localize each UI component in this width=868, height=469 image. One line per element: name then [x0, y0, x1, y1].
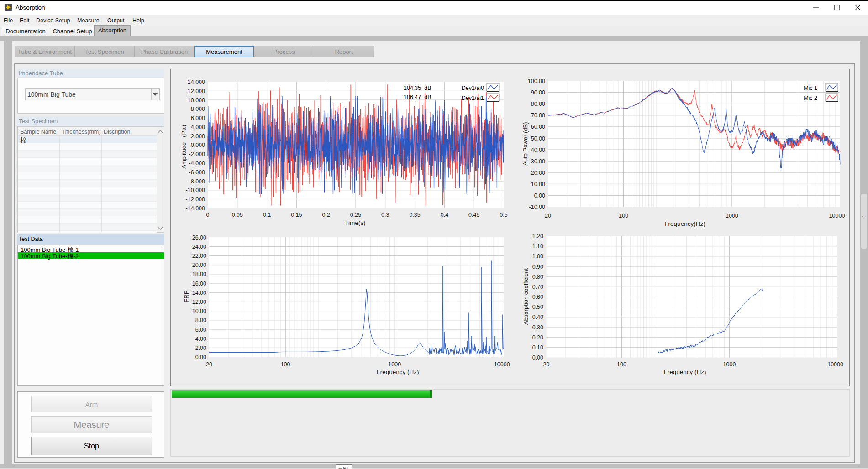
svg-text:0: 0	[206, 212, 210, 218]
svg-text:0.00: 0.00	[195, 354, 206, 360]
svg-text:30.00: 30.00	[531, 158, 545, 165]
svg-text:22.00: 22.00	[192, 253, 206, 259]
svg-text:0.5: 0.5	[500, 212, 507, 218]
svg-text:6.00: 6.00	[195, 327, 206, 333]
svg-text:10000: 10000	[829, 213, 845, 219]
svg-text:26.00: 26.00	[192, 234, 206, 241]
svg-text:20: 20	[206, 361, 212, 368]
svg-text:1.00: 1.00	[532, 253, 543, 260]
svg-text:0.25: 0.25	[350, 212, 361, 218]
svg-text:1.10: 1.10	[532, 243, 543, 250]
svg-text:0.35: 0.35	[409, 212, 420, 218]
svg-text:Mic 2: Mic 2	[804, 95, 817, 101]
svg-text:100: 100	[281, 361, 290, 368]
svg-text:Time(s): Time(s)	[345, 219, 365, 226]
svg-text:0.40: 0.40	[532, 314, 543, 320]
svg-text:0.00: 0.00	[532, 354, 543, 361]
svg-text:Absorption coefficient: Absorption coefficient	[522, 268, 529, 325]
svg-text:0.3: 0.3	[381, 212, 389, 218]
svg-text:10.000: 10.000	[188, 97, 205, 104]
svg-text:20: 20	[543, 361, 550, 368]
svg-text:1.20: 1.20	[532, 233, 543, 240]
svg-text:10.00: 10.00	[531, 181, 545, 188]
svg-text:18.00: 18.00	[192, 271, 206, 277]
svg-text:-2.000: -2.000	[189, 151, 205, 157]
svg-text:Dev1/ai1: Dev1/ai1	[462, 95, 484, 101]
svg-text:16.00: 16.00	[192, 281, 206, 287]
svg-text:90.00: 90.00	[531, 89, 545, 96]
svg-text:12.000: 12.000	[188, 88, 205, 94]
svg-text:-14.000: -14.000	[186, 205, 205, 212]
svg-text:20.00: 20.00	[531, 170, 545, 176]
svg-text:0.1: 0.1	[263, 212, 271, 218]
svg-text:100.00: 100.00	[528, 78, 545, 84]
svg-text:100: 100	[617, 361, 626, 368]
svg-text:Frequency (Hz): Frequency (Hz)	[376, 369, 419, 375]
svg-text:0.80: 0.80	[532, 274, 543, 280]
svg-text:40.00: 40.00	[531, 147, 545, 153]
svg-text:1000: 1000	[388, 361, 401, 368]
svg-text:0.30: 0.30	[532, 324, 543, 331]
svg-text:106.47 dB: 106.47 dB	[404, 94, 431, 100]
svg-text:0.50: 0.50	[532, 304, 543, 310]
svg-text:8.00: 8.00	[195, 317, 206, 323]
svg-text:80.00: 80.00	[531, 101, 545, 107]
svg-text:24.00: 24.00	[192, 244, 206, 250]
svg-text:Amplitude （Pa）: Amplitude （Pa）	[180, 121, 187, 168]
svg-text:10000: 10000	[827, 361, 843, 368]
svg-text:Dev1/ai0: Dev1/ai0	[462, 85, 484, 91]
svg-text:0.4: 0.4	[441, 212, 448, 218]
svg-text:10000: 10000	[494, 361, 510, 368]
svg-text:0.00: 0.00	[534, 193, 545, 199]
svg-text:0.000: 0.000	[191, 142, 205, 148]
svg-text:Mic 1: Mic 1	[804, 85, 817, 91]
svg-text:6.000: 6.000	[191, 115, 205, 121]
svg-text:12.00: 12.00	[192, 299, 206, 305]
svg-text:1000: 1000	[723, 361, 736, 368]
svg-text:14.00: 14.00	[192, 290, 206, 296]
svg-text:14.000: 14.000	[188, 79, 205, 85]
svg-text:60.00: 60.00	[531, 124, 545, 130]
svg-text:50.00: 50.00	[531, 135, 545, 142]
svg-text:-10.00: -10.00	[529, 204, 545, 210]
svg-text:0.2: 0.2	[322, 212, 330, 218]
svg-text:0.45: 0.45	[468, 212, 479, 218]
svg-text:70.00: 70.00	[531, 112, 545, 119]
svg-text:1000: 1000	[726, 213, 738, 219]
svg-text:104.35 dB: 104.35 dB	[404, 85, 431, 91]
svg-text:4.000: 4.000	[191, 124, 205, 130]
svg-text:0.70: 0.70	[532, 284, 543, 290]
svg-text:FRF: FRF	[183, 291, 190, 302]
svg-text:2.000: 2.000	[191, 133, 205, 140]
svg-text:-12.000: -12.000	[186, 196, 205, 203]
svg-text:4.00: 4.00	[195, 336, 206, 342]
svg-text:-4.000: -4.000	[189, 160, 205, 167]
svg-text:0.15: 0.15	[291, 212, 302, 218]
svg-text:8.000: 8.000	[191, 106, 205, 112]
svg-text:Frequency (Hz): Frequency (Hz)	[663, 369, 706, 375]
svg-text:Auto Power (dB): Auto Power (dB)	[522, 122, 529, 165]
svg-text:-8.000: -8.000	[189, 178, 205, 185]
svg-text:0.90: 0.90	[532, 264, 543, 270]
svg-text:0.20: 0.20	[532, 334, 543, 341]
svg-text:20.00: 20.00	[192, 262, 206, 268]
svg-text:100: 100	[619, 213, 628, 219]
svg-text:10.00: 10.00	[192, 308, 206, 314]
svg-text:0.05: 0.05	[232, 212, 243, 218]
svg-text:0.10: 0.10	[532, 344, 543, 351]
svg-text:0.60: 0.60	[532, 294, 543, 300]
svg-text:Frequency(Hz): Frequency(Hz)	[664, 220, 705, 227]
svg-text:-10.000: -10.000	[186, 187, 205, 193]
svg-text:2.00: 2.00	[195, 345, 206, 351]
svg-text:-6.000: -6.000	[189, 169, 205, 176]
svg-text:20: 20	[545, 213, 551, 219]
